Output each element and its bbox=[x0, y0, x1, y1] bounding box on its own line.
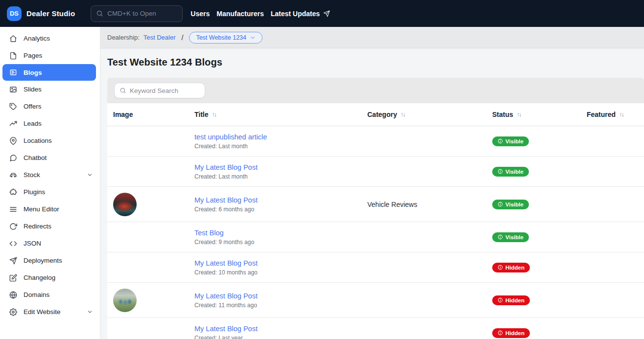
search-icon bbox=[119, 87, 126, 94]
menu-icon bbox=[9, 205, 17, 213]
blog-title-link[interactable]: My Latest Blog Post bbox=[194, 196, 367, 204]
created-date: Created: 10 months ago bbox=[194, 269, 367, 276]
sort-icon[interactable]: ↑↓ bbox=[401, 111, 405, 118]
blog-title-link[interactable]: My Latest Blog Post bbox=[194, 325, 367, 333]
column-header-status: Status ↑↓ bbox=[492, 111, 587, 118]
sidebar-item-chatbot[interactable]: Chatbot bbox=[0, 149, 100, 166]
sidebar-item-json[interactable]: JSON bbox=[0, 235, 100, 252]
table-row: test unpublished article Created: Last m… bbox=[107, 126, 644, 157]
chat-bubble-icon bbox=[9, 154, 17, 162]
blog-title-link[interactable]: My Latest Blog Post bbox=[194, 163, 367, 171]
sidebar-item-leads[interactable]: Leads bbox=[0, 115, 100, 132]
sidebar-item-offers[interactable]: Offers bbox=[0, 98, 100, 115]
chevron-down-icon bbox=[250, 35, 256, 41]
status-cell: Visible bbox=[492, 200, 587, 209]
sidebar-item-deployments[interactable]: Deployments bbox=[0, 252, 100, 269]
gear-icon bbox=[9, 308, 17, 316]
table-row: My Latest Blog Post Created: 6 months ag… bbox=[107, 187, 644, 222]
table-row: Test Blog Created: 9 months ago Visible bbox=[107, 222, 644, 252]
info-circle-icon bbox=[498, 202, 503, 207]
sidebar-item-changelog[interactable]: Changelog bbox=[0, 269, 100, 286]
title-section: Test Website 1234 Blogs bbox=[100, 48, 644, 78]
title-cell: My Latest Blog Post Created: 11 months a… bbox=[194, 287, 367, 314]
sort-icon[interactable]: ↑↓ bbox=[212, 111, 216, 118]
title-cell: test unpublished article Created: Last m… bbox=[194, 128, 367, 155]
title-cell: My Latest Blog Post Created: 6 months ag… bbox=[194, 191, 367, 218]
command-search-input[interactable] bbox=[107, 10, 177, 17]
image-cell bbox=[113, 193, 194, 216]
sort-icon[interactable]: ↑↓ bbox=[619, 111, 623, 118]
sort-icon[interactable]: ↑↓ bbox=[517, 111, 521, 118]
keyword-search-input[interactable] bbox=[130, 87, 200, 94]
info-circle-icon bbox=[498, 138, 503, 144]
command-search[interactable] bbox=[91, 5, 183, 22]
sidebar-item-pages[interactable]: Pages bbox=[0, 47, 100, 64]
column-header-featured: Featured ↑↓ bbox=[587, 111, 644, 118]
status-badge[interactable]: Visible bbox=[492, 167, 529, 177]
sidebar-item-label: JSON bbox=[24, 240, 41, 247]
sidebar-item-edit-website[interactable]: Edit Website bbox=[0, 303, 100, 320]
sidebar-item-label: Slides bbox=[24, 86, 42, 93]
status-cell: Hidden bbox=[492, 263, 587, 272]
car-icon bbox=[9, 171, 17, 179]
title-cell: My Latest Blog Post Created: Last month bbox=[194, 158, 367, 185]
info-circle-icon bbox=[498, 330, 503, 336]
top-nav-link[interactable]: Manufacturers bbox=[216, 10, 263, 18]
chevron-down-icon bbox=[87, 172, 93, 178]
sidebar-item-analytics[interactable]: Analytics bbox=[0, 30, 100, 47]
created-date: Created: Last month bbox=[194, 143, 367, 150]
paper-plane-icon bbox=[323, 10, 330, 17]
table-row: My Latest Blog Post Created: Last month … bbox=[107, 157, 644, 187]
sidebar-item-locations[interactable]: Locations bbox=[0, 132, 100, 149]
sidebar-item-label: Stock bbox=[24, 171, 40, 179]
sidebar-item-label: Edit Website bbox=[24, 308, 61, 316]
blog-title-link[interactable]: My Latest Blog Post bbox=[194, 259, 367, 267]
sidebar-item-blogs[interactable]: Blogs bbox=[2, 64, 96, 81]
sidebar-item-slides[interactable]: Slides bbox=[0, 81, 100, 98]
blog-title-link[interactable]: Test Blog bbox=[194, 229, 367, 237]
top-nav-link[interactable]: Latest Updates bbox=[271, 10, 330, 18]
status-badge[interactable]: Hidden bbox=[492, 328, 530, 338]
info-circle-icon bbox=[498, 169, 503, 174]
status-cell: Visible bbox=[492, 167, 587, 177]
sidebar-item-domains[interactable]: Domains bbox=[0, 286, 100, 303]
chevron-down-icon bbox=[87, 309, 93, 315]
sidebar-item-menu-editor[interactable]: Menu Editor bbox=[0, 201, 100, 218]
sidebar-item-label: Leads bbox=[24, 120, 42, 127]
sidebar-item-label: Blogs bbox=[24, 69, 42, 76]
created-date: Created: 11 months ago bbox=[194, 302, 367, 309]
sidebar-item-stock[interactable]: Stock bbox=[0, 166, 100, 183]
dealer-link[interactable]: Test Dealer bbox=[143, 34, 176, 41]
blog-thumbnail bbox=[113, 193, 137, 216]
sidebar-item-label: Redirects bbox=[24, 223, 51, 230]
info-circle-icon bbox=[498, 234, 503, 240]
tag-icon bbox=[9, 103, 17, 111]
sidebar-item-label: Chatbot bbox=[24, 154, 47, 161]
sidebar-item-redirects[interactable]: Redirects bbox=[0, 218, 100, 235]
page-icon bbox=[9, 52, 17, 60]
status-badge[interactable]: Hidden bbox=[492, 295, 530, 305]
table-body: test unpublished article Created: Last m… bbox=[107, 126, 644, 339]
status-cell: Visible bbox=[492, 232, 587, 242]
status-badge[interactable]: Visible bbox=[492, 232, 529, 242]
status-badge[interactable]: Hidden bbox=[492, 263, 530, 272]
status-badge[interactable]: Visible bbox=[492, 136, 529, 146]
top-nav-link[interactable]: Users bbox=[191, 10, 210, 18]
map-pin-icon bbox=[9, 137, 17, 145]
website-selector[interactable]: Test Website 1234 bbox=[189, 32, 262, 44]
keyword-search[interactable] bbox=[114, 83, 205, 98]
blog-title-link[interactable]: test unpublished article bbox=[194, 133, 367, 141]
blog-thumbnail bbox=[113, 289, 137, 312]
sidebar-item-label: Plugins bbox=[24, 188, 45, 196]
table-row: My Latest Blog Post Created: 11 months a… bbox=[107, 283, 644, 318]
blog-title-link[interactable]: My Latest Blog Post bbox=[194, 292, 367, 300]
sidebar-item-plugins[interactable]: Plugins bbox=[0, 183, 100, 201]
sidebar-item-label: Locations bbox=[24, 137, 52, 144]
status-badge[interactable]: Visible bbox=[492, 200, 529, 209]
sidebar-item-label: Pages bbox=[24, 52, 42, 59]
category-cell: Vehicle Reviews bbox=[367, 201, 492, 208]
table-row: My Latest Blog Post Created: Last year H… bbox=[107, 318, 644, 339]
app-brand: Dealer Studio bbox=[26, 9, 75, 18]
title-cell: My Latest Blog Post Created: Last year bbox=[194, 320, 367, 339]
search-icon bbox=[96, 10, 103, 17]
